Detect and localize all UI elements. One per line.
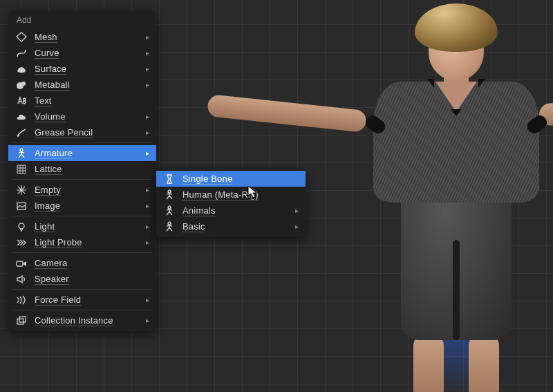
menu-item-curve[interactable]: Curve▸ bbox=[8, 45, 156, 61]
menu-item-basic[interactable]: Basic▸ bbox=[156, 218, 306, 234]
armature-icon bbox=[15, 147, 28, 160]
camera-icon bbox=[15, 257, 28, 270]
submenu-arrow-icon: ▸ bbox=[144, 317, 149, 324]
menu-item-surface[interactable]: Surface▸ bbox=[8, 61, 156, 77]
armature-icon bbox=[163, 189, 176, 201]
submenu-arrow-icon: ▸ bbox=[144, 113, 149, 120]
menu-item-mesh[interactable]: Mesh▸ bbox=[8, 29, 156, 45]
menu-separator bbox=[12, 252, 152, 253]
submenu-arrow-icon: ▸ bbox=[144, 81, 149, 88]
submenu-arrow-icon: ▸ bbox=[144, 239, 149, 246]
menu-separator bbox=[12, 216, 152, 216]
menu-item-label: Force Field bbox=[35, 295, 137, 305]
submenu-arrow-icon: ▸ bbox=[144, 202, 149, 209]
menu-item-armature[interactable]: Armature▸ bbox=[8, 145, 156, 161]
menu-item-animals[interactable]: Animals▸ bbox=[156, 203, 306, 218]
armature-submenu[interactable]: Single BoneHuman (Meta-Rig)Animals▸Basic… bbox=[156, 169, 306, 237]
menu-item-label: Collection Instance bbox=[35, 315, 137, 326]
menu-separator bbox=[12, 142, 152, 143]
menu-item-label: Grease Pencil bbox=[35, 127, 137, 138]
armature-icon bbox=[163, 221, 176, 233]
menu-item-collection[interactable]: Collection Instance▸ bbox=[8, 312, 156, 328]
menu-item-volume[interactable]: Volume▸ bbox=[8, 109, 156, 124]
lightprobe-icon bbox=[15, 236, 28, 249]
submenu-arrow-icon: ▸ bbox=[293, 207, 299, 214]
viewport-3d[interactable]: Add Mesh▸Curve▸Surface▸Metaball▸TextVolu… bbox=[0, 0, 553, 392]
svg-point-2 bbox=[20, 149, 23, 151]
menu-item-label: Basic bbox=[182, 221, 286, 232]
svg-rect-6 bbox=[17, 261, 23, 266]
menu-item-speaker[interactable]: Speaker bbox=[8, 271, 156, 287]
menu-item-label: Light Probe bbox=[35, 237, 137, 248]
svg-point-10 bbox=[168, 206, 171, 209]
curve-icon bbox=[15, 47, 28, 59]
menu-item-label: Animals bbox=[182, 205, 286, 216]
menu-separator bbox=[12, 289, 152, 290]
menu-item-label: Mesh bbox=[35, 32, 137, 42]
menu-separator bbox=[12, 179, 152, 180]
menu-item-text[interactable]: Text bbox=[8, 93, 156, 109]
speaker-icon bbox=[15, 273, 28, 286]
svg-point-9 bbox=[168, 190, 171, 193]
submenu-arrow-icon: ▸ bbox=[144, 296, 149, 304]
surface-icon bbox=[15, 63, 28, 75]
lattice-icon bbox=[15, 163, 28, 176]
menu-item-label: Curve bbox=[35, 48, 137, 58]
add-menu[interactable]: Add Mesh▸Curve▸Surface▸Metaball▸TextVolu… bbox=[8, 11, 156, 331]
menu-item-human[interactable]: Human (Meta-Rig) bbox=[156, 187, 306, 203]
menu-item-singlebone[interactable]: Single Bone bbox=[156, 171, 306, 187]
submenu-arrow-icon: ▸ bbox=[144, 149, 149, 157]
svg-point-5 bbox=[19, 223, 24, 229]
image-icon bbox=[15, 200, 28, 212]
menu-item-label: Surface bbox=[35, 64, 137, 74]
submenu-arrow-icon: ▸ bbox=[144, 223, 149, 230]
menu-item-empty[interactable]: Empty▸ bbox=[8, 182, 156, 198]
menu-item-label: Text bbox=[35, 95, 149, 106]
menu-item-gpencil[interactable]: Grease Pencil▸ bbox=[8, 124, 156, 140]
submenu-arrow-icon: ▸ bbox=[144, 186, 149, 194]
menu-item-label: Volume bbox=[35, 111, 137, 122]
menu-item-lattice[interactable]: Lattice bbox=[8, 161, 156, 177]
menu-item-label: Armature bbox=[35, 148, 137, 158]
menu-item-label: Empty bbox=[35, 185, 137, 195]
bone-icon bbox=[163, 173, 176, 185]
text-icon bbox=[15, 95, 28, 107]
svg-rect-8 bbox=[19, 317, 26, 322]
menu-item-label: Human (Meta-Rig) bbox=[182, 189, 299, 200]
submenu-arrow-icon: ▸ bbox=[293, 223, 299, 230]
menu-item-label: Image bbox=[35, 200, 137, 211]
mesh-icon bbox=[15, 31, 28, 44]
menu-item-light[interactable]: Light▸ bbox=[8, 218, 156, 234]
submenu-arrow-icon: ▸ bbox=[144, 33, 149, 41]
svg-point-1 bbox=[21, 82, 26, 86]
character-model bbox=[332, 0, 553, 392]
submenu-arrow-icon: ▸ bbox=[144, 49, 149, 57]
menu-item-lightprobe[interactable]: Light Probe▸ bbox=[8, 234, 156, 250]
menu-item-label: Camera bbox=[35, 258, 149, 268]
menu-item-image[interactable]: Image▸ bbox=[8, 198, 156, 214]
menu-item-label: Speaker bbox=[35, 274, 149, 284]
menu-item-camera[interactable]: Camera bbox=[8, 255, 156, 271]
menu-item-label: Metaball bbox=[35, 80, 137, 90]
empty-icon bbox=[15, 184, 28, 196]
menu-separator bbox=[12, 310, 152, 310]
submenu-arrow-icon: ▸ bbox=[144, 129, 149, 136]
add-menu-title: Add bbox=[8, 12, 156, 29]
svg-rect-7 bbox=[17, 319, 24, 324]
menu-item-label: Lattice bbox=[35, 164, 149, 174]
menu-item-metaball[interactable]: Metaball▸ bbox=[8, 77, 156, 93]
forcefield-icon bbox=[15, 294, 28, 306]
volume-icon bbox=[15, 111, 28, 123]
menu-item-forcefield[interactable]: Force Field▸ bbox=[8, 292, 156, 308]
collection-icon bbox=[15, 315, 28, 327]
menu-item-label: Light bbox=[35, 221, 137, 232]
metaball-icon bbox=[15, 79, 28, 91]
gpencil-icon bbox=[15, 127, 28, 139]
svg-point-11 bbox=[168, 222, 171, 225]
light-icon bbox=[15, 221, 28, 233]
svg-rect-3 bbox=[17, 165, 26, 174]
armature-icon bbox=[163, 205, 176, 217]
submenu-arrow-icon: ▸ bbox=[144, 65, 149, 73]
menu-item-label: Single Bone bbox=[182, 174, 299, 184]
